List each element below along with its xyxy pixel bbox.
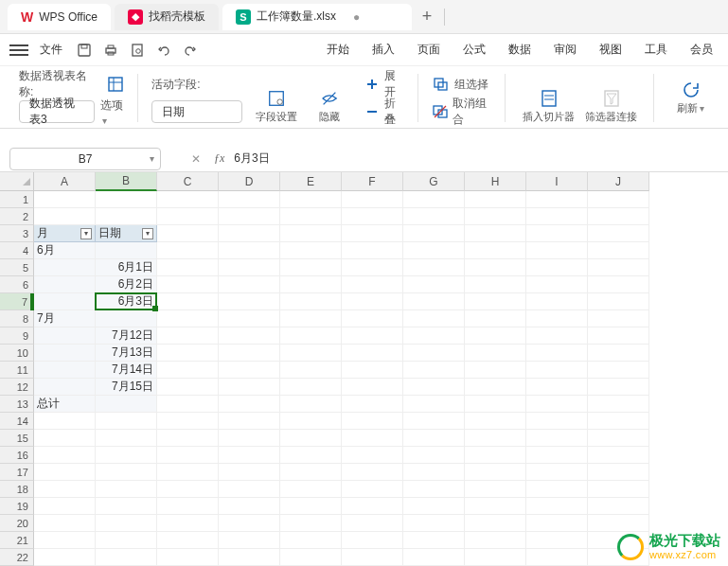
cell-H8[interactable] (465, 310, 526, 327)
cell-C19[interactable] (157, 498, 219, 515)
cell-I20[interactable] (526, 515, 588, 532)
cell-B16[interactable] (96, 447, 157, 464)
cell-A16[interactable] (34, 447, 96, 464)
fx-icon[interactable]: ƒx (214, 151, 224, 166)
cell-J9[interactable] (588, 327, 649, 345)
col-header-C[interactable]: C (157, 172, 219, 191)
pivot-layout-icon[interactable] (107, 75, 124, 94)
cell-F1[interactable] (342, 191, 403, 208)
cell-G13[interactable] (403, 396, 465, 413)
col-header-B[interactable]: B (96, 172, 157, 191)
cell-E3[interactable] (280, 225, 342, 242)
cell-A20[interactable] (34, 515, 96, 532)
menu-view[interactable]: 视图 (597, 38, 624, 62)
cell-I3[interactable] (526, 225, 588, 242)
cell-I7[interactable] (526, 293, 588, 310)
field-settings-button[interactable]: 字段设置 (254, 89, 299, 124)
cell-A2[interactable] (34, 208, 96, 225)
spreadsheet-grid[interactable]: ABCDEFGHIJ 12345678910111213141516171819… (0, 172, 728, 560)
print-icon[interactable] (102, 42, 119, 59)
cell-D20[interactable] (219, 515, 280, 532)
cell-A8[interactable]: 7月 (34, 310, 96, 327)
row-header-10[interactable]: 10 (0, 345, 34, 362)
cell-C16[interactable] (157, 447, 219, 464)
cell-D16[interactable] (219, 447, 280, 464)
refresh-button[interactable]: 刷新▾ (667, 80, 713, 115)
cell-A3[interactable]: 月▾ (34, 225, 96, 242)
cell-J8[interactable] (588, 310, 649, 327)
cell-H5[interactable] (465, 259, 526, 276)
active-field-input[interactable]: 日期 (151, 100, 242, 123)
cell-C10[interactable] (157, 345, 219, 362)
row-header-4[interactable]: 4 (0, 242, 34, 259)
hamburger-icon[interactable] (9, 44, 28, 56)
row-header-9[interactable]: 9 (0, 327, 34, 345)
cell-A17[interactable] (34, 464, 96, 481)
cell-I19[interactable] (526, 498, 588, 515)
cell-H9[interactable] (465, 327, 526, 345)
print-preview-icon[interactable] (129, 42, 146, 59)
cell-J3[interactable] (588, 225, 649, 242)
cell-I12[interactable] (526, 379, 588, 396)
cell-E16[interactable] (280, 447, 342, 464)
cell-F12[interactable] (342, 379, 403, 396)
cell-B14[interactable] (96, 413, 157, 430)
cell-H17[interactable] (465, 464, 526, 481)
cell-J20[interactable] (588, 515, 649, 532)
save-icon[interactable] (76, 42, 93, 59)
cell-B20[interactable] (96, 515, 157, 532)
cell-B17[interactable] (96, 464, 157, 481)
cell-B2[interactable] (96, 208, 157, 225)
cell-B15[interactable] (96, 430, 157, 447)
cell-C6[interactable] (157, 276, 219, 293)
cell-I2[interactable] (526, 208, 588, 225)
cells-area[interactable]: 月▾日期▾6月6月1日6月2日6月3日7月7月12日7月13日7月14日7月15… (34, 191, 649, 566)
cell-D7[interactable] (219, 293, 280, 310)
cell-J13[interactable] (588, 396, 649, 413)
cell-C1[interactable] (157, 191, 219, 208)
cell-C20[interactable] (157, 515, 219, 532)
cell-E20[interactable] (280, 515, 342, 532)
cell-C5[interactable] (157, 259, 219, 276)
cell-E19[interactable] (280, 498, 342, 515)
cell-E4[interactable] (280, 242, 342, 259)
cell-J15[interactable] (588, 430, 649, 447)
cell-A6[interactable] (34, 276, 96, 293)
menu-review[interactable]: 审阅 (552, 38, 578, 62)
chevron-down-icon[interactable]: ▾ (150, 153, 154, 164)
row-header-15[interactable]: 15 (0, 430, 34, 447)
cell-G17[interactable] (403, 464, 465, 481)
row-header-19[interactable]: 19 (0, 498, 34, 515)
hide-button[interactable]: 隐藏 (307, 89, 352, 124)
cell-B11[interactable]: 7月14日 (96, 362, 157, 379)
cell-E1[interactable] (280, 191, 342, 208)
cell-H11[interactable] (465, 362, 526, 379)
cell-J5[interactable] (588, 259, 649, 276)
cell-F3[interactable] (342, 225, 403, 242)
cell-E17[interactable] (280, 464, 342, 481)
cell-C7[interactable] (157, 293, 219, 310)
pivot-options-button[interactable]: 选项▾ (100, 97, 124, 127)
row-header-7[interactable]: 7 (0, 293, 34, 310)
cell-F7[interactable] (342, 293, 403, 310)
cell-F6[interactable] (342, 276, 403, 293)
cell-I10[interactable] (526, 345, 588, 362)
cell-H1[interactable] (465, 191, 526, 208)
row-header-22[interactable]: 22 (0, 549, 34, 566)
filter-dropdown-icon[interactable]: ▾ (142, 228, 153, 239)
cell-A21[interactable] (34, 532, 96, 549)
cell-D12[interactable] (219, 379, 280, 396)
cell-F14[interactable] (342, 413, 403, 430)
cell-D11[interactable] (219, 362, 280, 379)
cell-G8[interactable] (403, 310, 465, 327)
cell-G11[interactable] (403, 362, 465, 379)
formula-bar[interactable]: ✕ ƒx 6月3日 (180, 150, 728, 168)
col-header-A[interactable]: A (34, 172, 96, 191)
insert-slicer-button[interactable]: 插入切片器 (519, 89, 577, 124)
cell-G6[interactable] (403, 276, 465, 293)
cell-J18[interactable] (588, 481, 649, 498)
file-tab[interactable]: S 工作簿数量.xlsx ● (222, 4, 412, 30)
menu-tools[interactable]: 工具 (643, 38, 669, 62)
cell-D4[interactable] (219, 242, 280, 259)
row-header-16[interactable]: 16 (0, 447, 34, 464)
